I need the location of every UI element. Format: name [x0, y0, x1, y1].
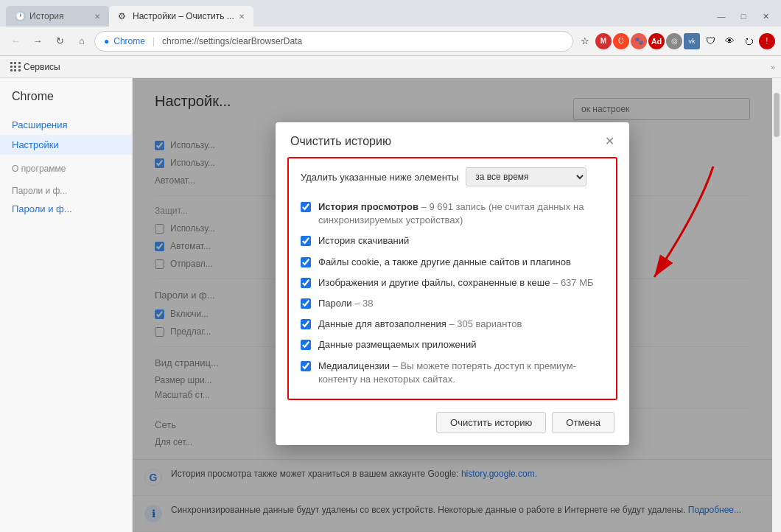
checkbox-passwords: Пароли – 38: [301, 293, 604, 314]
checkbox-history-text: История просмотров – 9 691 запись (не сч…: [318, 200, 604, 227]
window-controls: — □ ✕: [712, 9, 775, 27]
tab-history[interactable]: 🕐 История ✕: [6, 6, 109, 27]
dialog-footer: Очистить историю Отмена: [276, 400, 629, 445]
address-bar: ← → ↻ ⌂ ● Chrome | chrome://settings/cle…: [0, 27, 781, 56]
address-brand: Chrome: [113, 36, 145, 46]
forward-button[interactable]: →: [28, 32, 47, 51]
refresh-button[interactable]: ↻: [50, 32, 69, 51]
checkbox-passwords-input[interactable]: [301, 298, 311, 309]
checkbox-downloads-text: История скачиваний: [318, 234, 409, 248]
delete-label: Удалить указанные ниже элементы: [301, 172, 458, 183]
bookmark-icon[interactable]: ☆: [576, 32, 594, 50]
tab-settings-close[interactable]: ✕: [239, 13, 245, 21]
address-separator: |: [153, 36, 155, 46]
dialog-options-section: Удалить указанные ниже элементы за все в…: [287, 157, 617, 400]
checkbox-autofill: Данные для автозаполнения – 305 варианто…: [301, 314, 604, 335]
cancel-button[interactable]: Отмена: [552, 412, 614, 433]
sidebar-item-passwords[interactable]: Пароли и ф...: [0, 199, 132, 219]
sidebar-item-extensions[interactable]: Расширения: [0, 115, 132, 135]
tab-settings-icon: ⚙: [118, 11, 128, 21]
checkbox-downloads: История скачиваний: [301, 231, 604, 251]
eye-icon[interactable]: 👁: [721, 32, 738, 50]
tab-settings-label: Настройки – Очистить ...: [133, 11, 234, 21]
time-period-select[interactable]: за все времяза последний часза последний…: [466, 167, 586, 186]
clear-history-button[interactable]: Очистить историю: [436, 412, 546, 433]
bookmarks-chevron[interactable]: »: [771, 63, 775, 71]
checkbox-cookies-text: Файлы cookie, а также другие данные сайт…: [318, 256, 571, 269]
dialog-overlay: Очистить историю ✕ Удалить указанные ниж…: [133, 78, 772, 532]
dialog-title-bar: Очистить историю ✕: [276, 122, 629, 157]
checkbox-cookies: Файлы cookie, а также другие данные сайт…: [301, 252, 604, 273]
grid-icon: [10, 62, 21, 72]
address-url: chrome://settings/clearBrowserData: [162, 36, 302, 46]
clear-history-dialog: Очистить историю ✕ Удалить указанные ниж…: [276, 122, 629, 445]
ext-icon[interactable]: !: [759, 33, 775, 49]
address-input-container[interactable]: ● Chrome | chrome://settings/clearBrowse…: [94, 31, 573, 52]
tab-history-icon: 🕐: [15, 11, 25, 21]
services-label: Сервисы: [24, 62, 60, 72]
checkbox-apps-input[interactable]: [301, 340, 311, 350]
dialog-title: Очистить историю: [290, 135, 391, 148]
checkbox-media-input[interactable]: [301, 361, 311, 371]
close-button[interactable]: ✕: [756, 9, 775, 24]
sidebar-section-about: О программе: [0, 155, 132, 177]
adblock-icon[interactable]: Ad: [648, 33, 665, 49]
checkbox-downloads-input[interactable]: [301, 236, 311, 246]
services-button[interactable]: Сервисы: [6, 60, 65, 74]
scrollbar-thumb[interactable]: [774, 93, 780, 137]
browser-window: 🕐 История ✕ ⚙ Настройки – Очистить ... ✕…: [0, 0, 781, 532]
delete-row: Удалить указанные ниже элементы за все в…: [301, 167, 604, 186]
sidebar-item-settings[interactable]: Настройки: [0, 135, 132, 155]
checkbox-cookies-input[interactable]: [301, 257, 311, 267]
title-bar: 🕐 История ✕ ⚙ Настройки – Очистить ... ✕…: [0, 0, 781, 27]
opera-icon[interactable]: O: [613, 33, 629, 49]
address-bar-icons: ☆ M O 🐾 Ad ◎ vk 🛡 👁 ⭮ !: [576, 32, 775, 50]
checkbox-autofill-text: Данные для автозаполнения – 305 варианто…: [318, 318, 522, 331]
extension1-icon[interactable]: ◎: [666, 33, 682, 49]
checkbox-history: История просмотров – 9 691 запись (не сч…: [301, 197, 604, 231]
home-button[interactable]: ⌂: [72, 32, 91, 51]
checkbox-passwords-text: Пароли – 38: [318, 297, 374, 310]
paw-icon[interactable]: 🐾: [631, 33, 647, 49]
checkbox-media: Медиалицензии – Вы можете потерять досту…: [301, 356, 604, 390]
checkbox-cache: Изображения и другие файлы, сохраненные …: [301, 273, 604, 293]
tab-history-label: История: [29, 11, 64, 21]
tab-history-close[interactable]: ✕: [94, 13, 100, 21]
checkbox-cache-input[interactable]: [301, 278, 311, 288]
tab-settings[interactable]: ⚙ Настройки – Очистить ... ✕: [109, 6, 253, 27]
minimize-button[interactable]: —: [712, 9, 731, 24]
back-button[interactable]: ←: [6, 32, 25, 51]
shield-icon[interactable]: 🛡: [701, 32, 719, 50]
gmail-icon[interactable]: M: [595, 33, 612, 49]
checkbox-history-input[interactable]: [301, 202, 311, 212]
sidebar-brand: Chrome: [0, 90, 132, 115]
checkbox-autofill-input[interactable]: [301, 319, 311, 329]
sidebar-section-passwords: Пароли и ф...: [0, 177, 132, 199]
checkbox-apps-text: Данные размещаемых приложений: [318, 338, 477, 351]
arrow-icon[interactable]: ⭮: [740, 32, 757, 50]
site-icon: ●: [104, 36, 109, 46]
page-content: Настройк... Использу... Использу... Авто…: [133, 78, 772, 532]
dialog-close-button[interactable]: ✕: [605, 134, 614, 148]
vk-icon[interactable]: vk: [684, 33, 700, 49]
main-area: Chrome Расширения Настройки О программе …: [0, 78, 781, 532]
maximize-button[interactable]: □: [734, 9, 753, 24]
checkbox-apps: Данные размещаемых приложений: [301, 335, 604, 355]
checkbox-media-text: Медиалицензии – Вы можете потерять досту…: [318, 360, 604, 386]
checkbox-cache-text: Изображения и другие файлы, сохраненные …: [318, 276, 594, 290]
bookmarks-bar: Сервисы »: [0, 56, 781, 78]
scrollbar[interactable]: [772, 78, 781, 532]
sidebar: Chrome Расширения Настройки О программе …: [0, 78, 133, 532]
